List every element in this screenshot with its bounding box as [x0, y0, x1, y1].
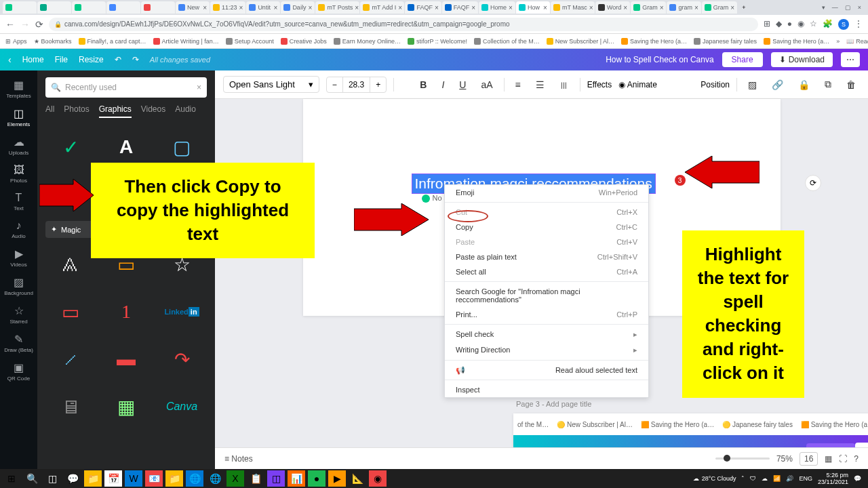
task-view-icon[interactable]: ◫ [43, 470, 61, 487]
bookmark-item[interactable]: stiforP :: Welcome! [408, 38, 467, 45]
bold-icon[interactable]: B [416, 77, 431, 93]
taskbar-app[interactable]: 📊 [288, 470, 305, 487]
ctx-paste[interactable]: PasteCtrl+V [445, 235, 648, 249]
graphic-item[interactable]: ▬ [101, 338, 151, 380]
tab-item[interactable]: FAQF× [442, 1, 478, 14]
ctx-print[interactable]: Print...Ctrl+P [445, 307, 648, 322]
tab-item[interactable]: Gram× [702, 1, 737, 14]
tab-item[interactable]: 11:23× [210, 1, 245, 14]
fullscreen-icon[interactable]: ⛶ [839, 454, 847, 464]
animate-button[interactable]: ◉ Animate [618, 80, 657, 89]
tab-item[interactable] [72, 1, 106, 14]
refresh-icon[interactable]: ⟳ [805, 175, 821, 191]
graphic-item[interactable]: ▭ [45, 291, 96, 333]
ctx-read-aloud[interactable]: 📢Read aloud selected text [445, 363, 648, 378]
lock-icon[interactable]: 🔒 [794, 77, 814, 93]
tray-icon[interactable]: ☁ [762, 475, 768, 482]
tab-item-active[interactable]: How× [516, 1, 550, 14]
underline-icon[interactable]: U [455, 77, 470, 93]
tab-item[interactable] [37, 1, 71, 14]
effects-button[interactable]: Effects [587, 80, 612, 89]
size-decrease[interactable]: − [327, 77, 342, 92]
ctx-copy[interactable]: CopyCtrl+C [445, 220, 648, 235]
rail-text[interactable]: TText [0, 188, 37, 216]
rail-starred[interactable]: ☆Starred [0, 300, 37, 329]
page-label[interactable]: Page 3 - Add page title [516, 400, 591, 408]
extension-icon[interactable]: ◆ [776, 19, 782, 30]
size-value[interactable]: 28.3 [342, 77, 370, 92]
notes-button[interactable]: ≡ Notes [224, 454, 253, 464]
rail-videos[interactable]: ▶Videos [0, 243, 37, 272]
graphic-item[interactable]: A [101, 126, 151, 168]
tab-item[interactable]: Untit× [246, 1, 280, 14]
graphic-item[interactable]: Canva [157, 386, 207, 428]
more-menu-icon[interactable]: ⋯ [841, 52, 860, 67]
ctx-cut[interactable]: CutCtrl+X [445, 205, 648, 220]
wifi-icon[interactable]: 📶 [773, 475, 781, 482]
forward-icon[interactable]: → [20, 19, 30, 30]
position-button[interactable]: Position [701, 80, 730, 89]
rail-elements[interactable]: ◫Elements [0, 103, 37, 131]
taskbar-app[interactable]: ● [308, 470, 326, 487]
ctx-emoji[interactable]: EmojiWin+Period [445, 185, 648, 200]
search-input[interactable]: 🔍 Recently used × [45, 77, 207, 98]
bookmark-item[interactable]: Saving the Hero (a… [621, 38, 687, 45]
graphic-item[interactable]: Linkedin [157, 291, 207, 333]
ctx-paste-plain[interactable]: Paste as plain textCtrl+Shift+V [445, 249, 648, 264]
rail-uploads[interactable]: ☁Uploads [0, 131, 37, 160]
close-icon[interactable]: × [858, 4, 861, 11]
rail-qrcode[interactable]: ▣QR Code [0, 357, 37, 386]
bookmark-item[interactable]: Saving the Hero (a… [764, 38, 829, 45]
zoom-slider[interactable] [715, 458, 770, 460]
graphic-item[interactable]: ⟋ [45, 338, 96, 380]
rail-templates[interactable]: ▦Templates [0, 75, 37, 103]
menu-icon[interactable]: ⋮ [854, 19, 863, 30]
new-tab-button[interactable]: + [738, 4, 749, 11]
graphic-item[interactable]: ✓ [45, 126, 96, 168]
ctx-writing-direction[interactable]: Writing Direction [445, 342, 648, 358]
page-count[interactable]: 16 [800, 452, 818, 466]
tab-item[interactable]: Word× [595, 1, 630, 14]
align-icon[interactable]: ≡ [511, 77, 525, 93]
tab-item[interactable]: Gram× [631, 1, 666, 14]
tab-photos[interactable]: Photos [64, 104, 89, 118]
bookmark-item[interactable]: Collection of the M… [474, 38, 540, 45]
tab-item[interactable]: mT Posts× [315, 1, 359, 14]
tab-item[interactable] [141, 1, 175, 14]
tab-item[interactable]: Daily× [281, 1, 315, 14]
volume-icon[interactable]: 🔊 [786, 475, 793, 482]
design-title[interactable]: How to Spell Check on Canva [606, 55, 713, 64]
weather-widget[interactable]: ☁ 28°C Cloudy [693, 475, 736, 482]
taskbar-app[interactable]: 📁 [84, 470, 102, 487]
italic-icon[interactable]: I [437, 77, 448, 93]
taskbar-app[interactable]: 📧 [145, 470, 163, 487]
tray-chevron-icon[interactable]: ˄ [741, 475, 745, 482]
taskbar-app[interactable]: 🌐 [206, 470, 224, 487]
graphic-item[interactable]: 1 [101, 291, 151, 333]
ctx-search-google[interactable]: Search Google for "Infromation magci rec… [445, 284, 648, 307]
maximize-icon[interactable]: ▢ [845, 4, 851, 11]
ctx-spell-check[interactable]: Spell check [445, 327, 648, 342]
duplicate-icon[interactable]: ⧉ [821, 76, 835, 93]
clear-icon[interactable]: × [197, 83, 201, 92]
taskbar-app[interactable]: ▶ [328, 470, 346, 487]
resize-button[interactable]: Resize [79, 55, 104, 64]
minimize-icon[interactable]: — [832, 4, 838, 11]
ctx-inspect[interactable]: Inspect [445, 382, 648, 397]
taskbar-app[interactable]: 📁 [165, 470, 183, 487]
download-button[interactable]: ⬇Download [771, 52, 833, 67]
bookmark-item[interactable]: Setup Account [226, 38, 274, 45]
graphic-item[interactable]: ⩓ [45, 243, 96, 285]
taskbar-app[interactable]: 📋 [247, 470, 264, 487]
transparency-icon[interactable]: ▨ [744, 77, 761, 93]
redo-icon[interactable]: ↷ [132, 55, 139, 64]
graphic-item[interactable]: ▢ [157, 126, 207, 168]
tab-item[interactable]: New× [176, 1, 210, 14]
error-count-badge[interactable]: 3 [675, 175, 686, 186]
tab-overflow-icon[interactable]: ▾ [822, 4, 825, 11]
reading-list-button[interactable]: 📖 Reading list [846, 38, 868, 45]
rail-background[interactable]: ▨Background [0, 272, 37, 300]
home-button[interactable]: Home [22, 55, 44, 64]
spacing-icon[interactable]: ⫼ [555, 77, 573, 93]
tab-graphics[interactable]: Graphics [99, 104, 132, 118]
